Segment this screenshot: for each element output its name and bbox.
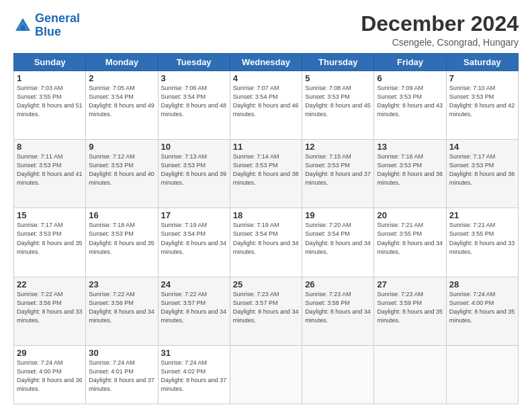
day-info: Sunrise: 7:22 AM Sunset: 3:56 PM Dayligh… — [89, 290, 154, 325]
day-number: 16 — [89, 210, 154, 220]
day-info: Sunrise: 7:24 AM Sunset: 4:01 PM Dayligh… — [89, 359, 154, 394]
location: Csengele, Csongrad, Hungary — [361, 37, 519, 48]
day-info: Sunrise: 7:07 AM Sunset: 3:54 PM Dayligh… — [233, 84, 299, 119]
calendar-cell: 29 Sunrise: 7:24 AM Sunset: 4:00 PM Dayl… — [14, 345, 86, 404]
day-info: Sunrise: 7:09 AM Sunset: 3:53 PM Dayligh… — [377, 84, 443, 119]
day-number: 3 — [161, 73, 227, 83]
calendar-cell: 28 Sunrise: 7:24 AM Sunset: 4:00 PM Dayl… — [446, 277, 518, 345]
day-number: 27 — [377, 279, 443, 289]
calendar-table: Sunday Monday Tuesday Wednesday Thursday… — [13, 53, 519, 404]
day-number: 29 — [17, 348, 83, 358]
header-thursday: Thursday — [302, 54, 374, 71]
day-number: 30 — [89, 348, 154, 358]
calendar-cell — [446, 345, 518, 404]
calendar-cell: 30 Sunrise: 7:24 AM Sunset: 4:01 PM Dayl… — [86, 345, 158, 404]
day-info: Sunrise: 7:16 AM Sunset: 3:53 PM Dayligh… — [377, 152, 443, 187]
header-sunday: Sunday — [14, 54, 86, 71]
day-info: Sunrise: 7:18 AM Sunset: 3:53 PM Dayligh… — [89, 221, 154, 256]
calendar-cell: 15 Sunrise: 7:17 AM Sunset: 3:53 PM Dayl… — [14, 208, 86, 277]
day-number: 11 — [233, 142, 299, 152]
calendar-cell — [374, 345, 446, 404]
day-info: Sunrise: 7:14 AM Sunset: 3:53 PM Dayligh… — [233, 152, 299, 187]
day-info: Sunrise: 7:24 AM Sunset: 4:00 PM Dayligh… — [17, 359, 83, 394]
day-number: 7 — [449, 73, 515, 83]
day-info: Sunrise: 7:11 AM Sunset: 3:53 PM Dayligh… — [17, 152, 83, 187]
day-info: Sunrise: 7:24 AM Sunset: 4:02 PM Dayligh… — [161, 359, 227, 394]
calendar-cell: 14 Sunrise: 7:17 AM Sunset: 3:53 PM Dayl… — [446, 140, 518, 208]
day-number: 26 — [305, 279, 371, 289]
day-number: 18 — [233, 210, 299, 220]
day-number: 24 — [161, 279, 227, 289]
day-info: Sunrise: 7:22 AM Sunset: 3:56 PM Dayligh… — [17, 290, 83, 325]
day-info: Sunrise: 7:17 AM Sunset: 3:53 PM Dayligh… — [449, 152, 515, 187]
day-number: 28 — [449, 279, 515, 289]
header-wednesday: Wednesday — [230, 54, 302, 71]
calendar-cell: 24 Sunrise: 7:22 AM Sunset: 3:57 PM Dayl… — [158, 277, 230, 345]
calendar-cell: 11 Sunrise: 7:14 AM Sunset: 3:53 PM Dayl… — [230, 140, 302, 208]
day-number: 31 — [161, 348, 227, 358]
day-number: 4 — [233, 73, 299, 83]
day-number: 9 — [89, 142, 154, 152]
calendar-cell: 4 Sunrise: 7:07 AM Sunset: 3:54 PM Dayli… — [230, 71, 302, 140]
day-info: Sunrise: 7:21 AM Sunset: 3:55 PM Dayligh… — [449, 221, 515, 256]
day-info: Sunrise: 7:19 AM Sunset: 3:54 PM Dayligh… — [233, 221, 299, 256]
day-number: 22 — [17, 279, 83, 289]
calendar-cell: 22 Sunrise: 7:22 AM Sunset: 3:56 PM Dayl… — [14, 277, 86, 345]
calendar-cell: 2 Sunrise: 7:05 AM Sunset: 3:54 PM Dayli… — [86, 71, 158, 140]
calendar-cell: 20 Sunrise: 7:21 AM Sunset: 3:55 PM Dayl… — [374, 208, 446, 277]
day-number: 20 — [377, 210, 443, 220]
day-info: Sunrise: 7:19 AM Sunset: 3:54 PM Dayligh… — [161, 221, 227, 256]
day-number: 25 — [233, 279, 299, 289]
calendar-cell — [302, 345, 374, 404]
calendar-cell: 1 Sunrise: 7:03 AM Sunset: 3:55 PM Dayli… — [14, 71, 86, 140]
day-number: 23 — [89, 279, 154, 289]
calendar-cell: 27 Sunrise: 7:23 AM Sunset: 3:59 PM Dayl… — [374, 277, 446, 345]
header-monday: Monday — [86, 54, 158, 71]
day-info: Sunrise: 7:15 AM Sunset: 3:53 PM Dayligh… — [305, 152, 371, 187]
page: General Blue December 2024 Csengele, Cso… — [0, 0, 532, 411]
logo-text: General Blue — [35, 12, 80, 39]
calendar-cell: 5 Sunrise: 7:08 AM Sunset: 3:53 PM Dayli… — [302, 71, 374, 140]
day-number: 8 — [17, 142, 83, 152]
day-info: Sunrise: 7:21 AM Sunset: 3:55 PM Dayligh… — [377, 221, 443, 256]
calendar-cell — [230, 345, 302, 404]
logo: General Blue — [13, 12, 80, 39]
calendar-cell: 19 Sunrise: 7:20 AM Sunset: 3:54 PM Dayl… — [302, 208, 374, 277]
day-info: Sunrise: 7:23 AM Sunset: 3:57 PM Dayligh… — [233, 290, 299, 325]
day-number: 21 — [449, 210, 515, 220]
calendar-cell: 25 Sunrise: 7:23 AM Sunset: 3:57 PM Dayl… — [230, 277, 302, 345]
calendar-cell: 7 Sunrise: 7:10 AM Sunset: 3:53 PM Dayli… — [446, 71, 518, 140]
calendar-cell: 31 Sunrise: 7:24 AM Sunset: 4:02 PM Dayl… — [158, 345, 230, 404]
day-info: Sunrise: 7:06 AM Sunset: 3:54 PM Dayligh… — [161, 84, 227, 119]
day-info: Sunrise: 7:23 AM Sunset: 3:58 PM Dayligh… — [305, 290, 371, 325]
calendar-cell: 9 Sunrise: 7:12 AM Sunset: 3:53 PM Dayli… — [86, 140, 158, 208]
day-number: 17 — [161, 210, 227, 220]
calendar-cell: 23 Sunrise: 7:22 AM Sunset: 3:56 PM Dayl… — [86, 277, 158, 345]
logo-icon — [13, 16, 32, 35]
calendar-cell: 3 Sunrise: 7:06 AM Sunset: 3:54 PM Dayli… — [158, 71, 230, 140]
calendar-cell: 8 Sunrise: 7:11 AM Sunset: 3:53 PM Dayli… — [14, 140, 86, 208]
day-number: 19 — [305, 210, 371, 220]
day-info: Sunrise: 7:13 AM Sunset: 3:53 PM Dayligh… — [161, 152, 227, 187]
day-number: 2 — [89, 73, 154, 83]
day-number: 10 — [161, 142, 227, 152]
header-tuesday: Tuesday — [158, 54, 230, 71]
day-info: Sunrise: 7:22 AM Sunset: 3:57 PM Dayligh… — [161, 290, 227, 325]
day-info: Sunrise: 7:17 AM Sunset: 3:53 PM Dayligh… — [17, 221, 83, 256]
svg-rect-2 — [21, 26, 25, 31]
day-number: 1 — [17, 73, 83, 83]
calendar-cell: 18 Sunrise: 7:19 AM Sunset: 3:54 PM Dayl… — [230, 208, 302, 277]
calendar-cell: 17 Sunrise: 7:19 AM Sunset: 3:54 PM Dayl… — [158, 208, 230, 277]
calendar-header-row: Sunday Monday Tuesday Wednesday Thursday… — [14, 54, 519, 71]
calendar-cell: 26 Sunrise: 7:23 AM Sunset: 3:58 PM Dayl… — [302, 277, 374, 345]
header-friday: Friday — [374, 54, 446, 71]
title-block: December 2024 Csengele, Csongrad, Hungar… — [361, 12, 519, 48]
day-number: 15 — [17, 210, 83, 220]
day-info: Sunrise: 7:24 AM Sunset: 4:00 PM Dayligh… — [449, 290, 515, 325]
calendar-cell: 21 Sunrise: 7:21 AM Sunset: 3:55 PM Dayl… — [446, 208, 518, 277]
day-number: 12 — [305, 142, 371, 152]
day-number: 13 — [377, 142, 443, 152]
calendar-cell: 12 Sunrise: 7:15 AM Sunset: 3:53 PM Dayl… — [302, 140, 374, 208]
calendar-cell: 13 Sunrise: 7:16 AM Sunset: 3:53 PM Dayl… — [374, 140, 446, 208]
day-number: 14 — [449, 142, 515, 152]
